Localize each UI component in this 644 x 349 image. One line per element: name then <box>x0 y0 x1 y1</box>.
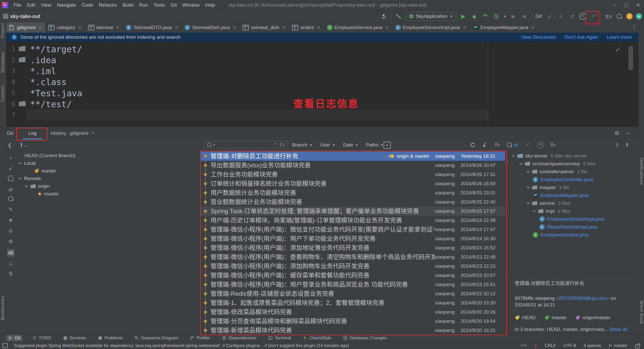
menu-window[interactable]: Window <box>179 0 202 10</box>
folder-gutter-icon[interactable] <box>19 46 25 51</box>
menu-run[interactable]: Run <box>136 0 151 10</box>
branch-local-master[interactable]: master <box>15 167 200 175</box>
close-icon[interactable]: ✕ <box>385 25 389 30</box>
tree-row-employeecontroller[interactable]: C EmployeeController.java <box>506 176 639 183</box>
branch-origin-master[interactable]: ★ master <box>15 190 200 198</box>
commit-row[interactable]: 管理端-对删除员工功能进行补充 origin & master xiaopeng… <box>201 152 505 161</box>
commit-row[interactable]: 管理端-微信小程序(用户端)：添加购物车业务代码开发完善 xiaopeng 20… <box>201 262 505 271</box>
hide-circle-icon[interactable]: ⊘ <box>7 227 15 235</box>
chevron-down-icon[interactable]: ▼ <box>503 15 507 18</box>
tree-row-service[interactable]: service3 files <box>506 199 639 207</box>
gear-icon[interactable]: ⚙ <box>614 130 619 136</box>
minimize-button[interactable]: ─ <box>609 0 621 10</box>
close-icon[interactable]: ✕ <box>233 25 236 30</box>
tab-setmeal[interactable]: setmeal ✕ <box>85 22 123 33</box>
run-with-cover-icon[interactable] <box>492 12 500 20</box>
tab-setmealdto[interactable]: C SetmealDTO.java ✕ <box>123 22 181 33</box>
checkout-arrow-icon[interactable]: ↙ <box>7 165 15 172</box>
user-filter[interactable]: User▼ <box>320 142 335 148</box>
branch-origin-group[interactable]: origin <box>15 182 200 190</box>
compare-icon[interactable]: ⇄ <box>7 186 15 193</box>
view-options-icon[interactable]: ⠿▾ <box>549 141 557 149</box>
build-hammer-icon[interactable] <box>395 12 402 20</box>
close-icon[interactable]: ✕ <box>116 25 120 30</box>
date-filter[interactable]: Date▼ <box>343 142 358 148</box>
folder-gutter-icon[interactable] <box>19 57 25 62</box>
commit-row[interactable]: 管理端-微信小程序(用户端)：添加地址簿业务代码开发完善 xiaopeng 20… <box>201 243 505 252</box>
plugin-update-icon[interactable]: ↑ <box>626 13 633 19</box>
encoding-widget[interactable]: UTF-8 <box>564 343 576 348</box>
regex-toggle[interactable]: .* <box>274 142 277 147</box>
branch-local-group[interactable]: Local <box>15 159 200 167</box>
git-history-clock-icon[interactable] <box>579 12 587 20</box>
view-options-icon[interactable]: ⠿▾ <box>493 141 501 149</box>
layout-icon[interactable] <box>3 343 8 348</box>
close-icon[interactable]: ✕ <box>531 25 535 30</box>
commit-row[interactable]: 营业额数据统计业务功能模块完善 xiaopeng 2024/8/25 22:40 <box>201 197 505 207</box>
toolwindow-sequence-diagram[interactable]: Sequence Diagram <box>133 335 180 341</box>
menu-git[interactable]: Git <box>168 0 179 10</box>
close-icon[interactable]: ✕ <box>317 25 320 30</box>
menu-view[interactable]: View <box>38 0 54 10</box>
menu-file[interactable]: File <box>11 0 24 10</box>
collapse-all-icon[interactable]: ⇞ <box>625 142 629 148</box>
tree-row-employeemapper[interactable]: EmployeeMapper.java <box>506 191 639 199</box>
tree-row-sky-server[interactable]: sky-server5 files sky-server <box>506 152 639 160</box>
tree-row-impl[interactable]: impl2 files <box>506 207 639 215</box>
edit-icon[interactable]: ✎ <box>7 206 15 213</box>
plugin-leaf-icon[interactable]: ❧ <box>636 13 642 19</box>
toolwindow-database-changes[interactable]: Database Changes <box>341 335 389 341</box>
toolwindow-problems[interactable]: Problems <box>96 335 125 341</box>
stripe-tab-notifications[interactable]: Notifications <box>639 158 644 185</box>
settings-gear-icon[interactable]: ⚙ <box>7 238 15 245</box>
commit-row[interactable]: 管理端-微信小程序(用户端)：查看购物车、清空购物车和删除单个商品业务代码开发完… <box>201 252 505 262</box>
git-push-icon[interactable]: ↗ <box>568 12 576 20</box>
commit-row[interactable]: Spring Task-订单状态定时处理; 管理端来单提醒；客户催单业务功能模块… <box>201 207 505 216</box>
menu-navigate[interactable]: Navigate <box>54 0 79 10</box>
commit-row[interactable]: 用户端-历史订单模块、商家端(管理端)-订单管理模块功能业务开发完善 xiaop… <box>201 216 505 225</box>
menu-code[interactable]: Code <box>79 0 96 10</box>
paths-filter[interactable]: Paths▼ <box>366 142 383 148</box>
toolwindow-dependencies[interactable]: Dependencies <box>220 335 258 341</box>
code-editor[interactable]: 1 2 3 4 5 6 7 **/target/ .idea *.iml *.c… <box>6 42 638 127</box>
match-case-toggle[interactable]: Cc <box>280 142 285 147</box>
code-tag-icon[interactable]: </> <box>520 343 527 348</box>
hide-panel-icon[interactable]: ─ <box>626 130 630 136</box>
tab-setmealdish[interactable]: C SetmealDish.java ✕ <box>181 22 240 33</box>
commit-row[interactable]: 管理端-微信小程序(用户端)：缓存菜单和套餐功能代码完善 xiaopeng 20… <box>201 271 505 280</box>
close-icon[interactable]: ✕ <box>175 25 178 30</box>
close-button[interactable]: ✕ <box>632 0 644 10</box>
folder-gutter-icon[interactable] <box>19 101 25 106</box>
toolwindow-git[interactable]: Git <box>6 335 22 341</box>
tab-orders[interactable]: orders ✕ <box>289 22 324 33</box>
more-tabs-icon[interactable]: ⋮ <box>631 22 638 33</box>
toolwindow-checkstyle[interactable]: ✎CheckStyle <box>301 335 333 341</box>
delete-icon[interactable] <box>7 175 15 183</box>
stripe-tab-database[interactable]: Database <box>0 52 5 73</box>
profiler-button[interactable] <box>481 12 489 20</box>
author-email-link[interactable]: <2872259389@qq.com> <box>556 296 609 301</box>
git-update-icon[interactable]: ↙ <box>546 12 554 20</box>
scroll-to-icon[interactable]: ⍗ <box>7 260 15 267</box>
tab-employeeservice[interactable]: I EmployeeService.java ✕ <box>324 22 392 33</box>
search-icon[interactable] <box>21 143 22 147</box>
commit-row[interactable]: 管理端-微信小程序(用户端)：用户下单功能业务代码开发完善 xiaopeng 2… <box>201 234 505 243</box>
commit-row[interactable]: 订单统计和销量排名统计业务功能模块完善 xiaopeng 2024/8/26 1… <box>201 179 505 188</box>
run-button[interactable]: ▶ <box>459 12 467 20</box>
toolwindow-terminal[interactable]: Terminal <box>266 335 293 341</box>
close-icon[interactable]: ✕ <box>78 25 82 30</box>
git-branch-widget[interactable]: master <box>609 343 627 348</box>
git-log-tab[interactable]: Log <box>22 127 43 139</box>
add-icon[interactable]: + <box>7 154 15 162</box>
tree-row-src[interactable]: src\main\java\com\sky5 files <box>506 160 639 168</box>
expand-all-icon[interactable]: ⇳ <box>615 142 619 148</box>
close-icon[interactable]: ✕ <box>282 25 286 30</box>
commit-row[interactable]: 管理端-修改菜品模块代码完善 xiaopeng 2024/8/20 20:26 <box>201 307 505 317</box>
user-profile-icon[interactable] <box>380 12 388 20</box>
maximize-button[interactable]: ▢ <box>621 0 632 10</box>
tab-employeeserviceimpl[interactable]: C EmployeeServiceImpl.java ✕ <box>392 22 470 33</box>
commit-row[interactable]: 管理端-Redis使用-店铺营业状态设置业务完善 xiaopeng 2024/8… <box>201 289 505 298</box>
tree-row-employeeservice[interactable]: I EmployeeService.java <box>506 231 639 239</box>
line-separator-widget[interactable]: CRLF <box>545 343 556 348</box>
refresh-icon[interactable] <box>469 141 477 149</box>
